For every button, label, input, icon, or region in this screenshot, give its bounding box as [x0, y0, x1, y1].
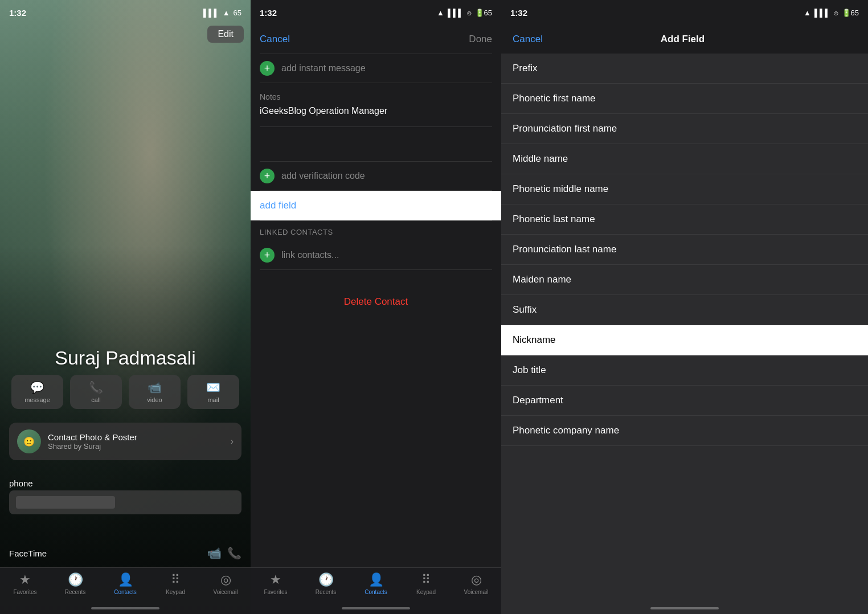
field-prefix[interactable]: Prefix [501, 54, 868, 84]
chevron-right-icon: › [231, 436, 234, 447]
p3-battery-icon: 🔋65 [842, 9, 859, 17]
field-phonetic-middle[interactable]: Phonetic middle name [501, 174, 868, 204]
field-pronunciation-first[interactable]: Pronunciation first name [501, 114, 868, 144]
add-field-label: add field [260, 200, 296, 211]
p2-status-time: 1:32 [260, 8, 277, 18]
notes-label: Notes [260, 92, 492, 101]
phone-number[interactable]: number [9, 490, 241, 514]
contact-actions: 💬 message 📞 call 📹 video ✉️ mail [0, 375, 251, 409]
message-action[interactable]: 💬 message [11, 375, 63, 409]
status-icons: ▌▌▌ ▲ 65 [203, 9, 241, 17]
panel2-content: + add instant message Notes iGeeksBlog O… [251, 54, 501, 567]
phone-label: phone [9, 478, 241, 488]
facetime-section: FaceTime 📹 📞 [0, 546, 251, 560]
recents-icon: 🕐 [68, 572, 83, 587]
facetime-video-icon[interactable]: 📹 [207, 546, 222, 560]
field-phonetic-first[interactable]: Phonetic first name [501, 84, 868, 114]
add-instant-message-row[interactable]: + add instant message [251, 54, 501, 83]
notes-section: Notes iGeeksBlog Operation Manager [251, 83, 501, 126]
field-maiden-name[interactable]: Maiden name [501, 265, 868, 295]
add-field-list: Prefix Phonetic first name Pronunciation… [501, 54, 868, 614]
p2-recents-icon: 🕐 [318, 572, 334, 587]
call-icon: 📞 [89, 380, 103, 394]
video-icon: 📹 [148, 380, 162, 394]
voicemail-icon: ◎ [220, 572, 231, 587]
p2-cancel-button[interactable]: Cancel [260, 34, 290, 45]
panel3-status-bar: 1:32 ▲ ▌▌▌ ⌾ 🔋65 [501, 0, 868, 25]
tab-recents[interactable]: 🕐 Recents [50, 572, 100, 595]
panel1-status-bar: 1:32 ▌▌▌ ▲ 65 [0, 0, 251, 25]
contact-photo-poster-section: 🙂 Contact Photo & Poster Shared by Suraj… [0, 423, 251, 460]
contacts-icon: 👤 [118, 572, 133, 587]
p2-battery-icon: 🔋65 [475, 9, 492, 17]
tab-keypad[interactable]: ⠿ Keypad [150, 572, 200, 595]
field-department[interactable]: Department [501, 386, 868, 416]
field-job-title[interactable]: Job title [501, 355, 868, 386]
contact-photo-row[interactable]: 🙂 Contact Photo & Poster Shared by Suraj… [9, 423, 241, 460]
add-instant-message-label: add instant message [281, 63, 366, 73]
facetime-icons: 📹 📞 [207, 546, 241, 560]
field-suffix[interactable]: Suffix [501, 295, 868, 325]
field-phonetic-last[interactable]: Phonetic last name [501, 204, 868, 235]
tab-favorites[interactable]: ★ Favorites [0, 572, 50, 595]
edit-button[interactable]: Edit [207, 26, 244, 43]
keypad-label: Keypad [166, 589, 185, 595]
p2-home-indicator [342, 607, 410, 609]
wifi-icon: ▲ [223, 9, 230, 17]
facetime-row: FaceTime 📹 📞 [9, 546, 241, 560]
field-pronunciation-last[interactable]: Pronunciation last name [501, 235, 868, 265]
p2-wifi-icon: ⌾ [467, 9, 472, 17]
p2-voicemail-icon: ◎ [471, 572, 482, 587]
panel2-nav: Cancel Done [251, 25, 501, 54]
contact-photo-text: Contact Photo & Poster Shared by Suraj [48, 432, 137, 451]
p3-status-icons: ▲ ▌▌▌ ⌾ 🔋65 [804, 9, 859, 17]
p3-cancel-button[interactable]: Cancel [513, 34, 543, 45]
mail-action[interactable]: ✉️ mail [187, 375, 239, 409]
contact-photo-left: 🙂 Contact Photo & Poster Shared by Suraj [17, 429, 137, 453]
add-field-row[interactable]: add field [251, 191, 501, 220]
field-phonetic-company[interactable]: Phonetic company name [501, 416, 868, 446]
p2-tab-contacts[interactable]: 👤 Contacts [351, 572, 401, 595]
video-action[interactable]: 📹 video [129, 375, 181, 409]
mail-label: mail [207, 396, 219, 403]
contact-photo-subtitle: Shared by Suraj [48, 442, 137, 451]
p2-tab-keypad[interactable]: ⠿ Keypad [401, 572, 451, 595]
p2-tab-voicemail[interactable]: ◎ Voicemail [451, 572, 501, 595]
add-instant-message-icon: + [260, 61, 275, 76]
add-verification-label: add verification code [281, 171, 365, 181]
tab-voicemail[interactable]: ◎ Voicemail [200, 572, 251, 595]
mail-icon: ✉️ [206, 380, 220, 394]
facetime-audio-icon[interactable]: 📞 [227, 546, 241, 560]
field-nickname[interactable]: Nickname [501, 325, 868, 355]
keypad-icon: ⠿ [171, 572, 180, 587]
contact-avatar: 🙂 [17, 429, 41, 453]
message-icon: 💬 [30, 380, 44, 394]
link-contacts-icon: + [260, 248, 275, 263]
notes-value[interactable]: iGeeksBlog Operation Manager [260, 105, 492, 117]
delete-contact-label: Delete Contact [344, 296, 408, 307]
signal-icon: ▌▌▌ [203, 9, 219, 17]
battery-icon: 65 [234, 9, 241, 17]
p2-keypad-icon: ⠿ [421, 572, 431, 587]
link-contacts-row[interactable]: + link contacts... [251, 241, 501, 269]
contact-photo-title: Contact Photo & Poster [48, 432, 137, 442]
p2-favorites-label: Favorites [264, 589, 287, 595]
panel3-nav: Cancel Add Field [501, 25, 868, 54]
phone-section: phone number [0, 478, 251, 514]
delete-contact-row[interactable]: Delete Contact [251, 287, 501, 317]
add-verification-code-row[interactable]: + add verification code [251, 162, 501, 190]
panel3-add-field: 1:32 ▲ ▌▌▌ ⌾ 🔋65 Cancel Add Field Prefix… [501, 0, 868, 614]
p2-tab-recents[interactable]: 🕐 Recents [301, 572, 351, 595]
call-action[interactable]: 📞 call [70, 375, 122, 409]
p2-done-button[interactable]: Done [469, 34, 492, 45]
contacts-label: Contacts [114, 589, 136, 595]
add-verification-icon: + [260, 169, 275, 183]
p3-wifi-icon: ⌾ [834, 9, 838, 17]
p2-tab-favorites[interactable]: ★ Favorites [251, 572, 301, 595]
tab-contacts[interactable]: 👤 Contacts [100, 572, 150, 595]
field-middle-name[interactable]: Middle name [501, 144, 868, 174]
p2-contacts-label: Contacts [365, 589, 387, 595]
facetime-label: FaceTime [9, 548, 47, 558]
p2-voicemail-label: Voicemail [464, 589, 489, 595]
panel2-edit-contact: 1:32 ▲ ▌▌▌ ⌾ 🔋65 Cancel Done + add insta… [251, 0, 501, 614]
